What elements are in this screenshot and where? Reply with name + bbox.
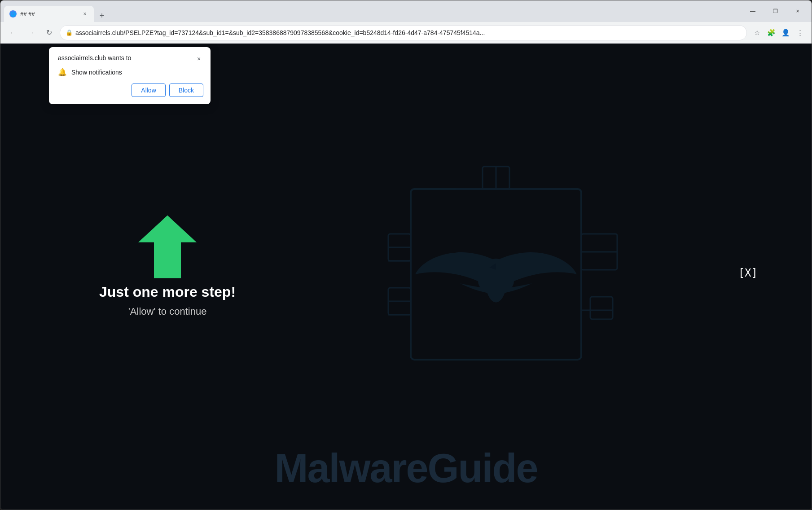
address-bar: ← → ↻ 🔒 associairrels.club/PSELPZE?tag_i… (0, 22, 812, 44)
profile-button[interactable]: 👤 (779, 26, 792, 39)
logo-watermark (343, 153, 658, 400)
popup-permission-row: 🔔 Show notifications (58, 68, 203, 76)
popup-header: associairrels.club wants to × (58, 54, 203, 63)
reload-button[interactable]: ↻ (42, 26, 56, 40)
malware-guide-watermark: MalwareGuide (274, 445, 537, 492)
url-actions: ☆ 🧩 👤 ⋮ (751, 26, 806, 39)
chrome-window: 🌐 ## ## × + — ❐ × ← → ↻ 🔒 associairrels.… (0, 0, 812, 510)
tab-strip: 🌐 ## ## × + (4, 0, 742, 22)
back-button[interactable]: ← (6, 26, 20, 40)
svg-marker-15 (138, 215, 197, 278)
block-button[interactable]: Block (169, 84, 203, 97)
maximize-button[interactable]: ❐ (765, 4, 786, 18)
menu-button[interactable]: ⋮ (794, 26, 806, 39)
tab-title: ## ## (20, 11, 78, 18)
title-bar: 🌐 ## ## × + — ❐ × (0, 0, 812, 22)
bell-icon: 🔔 (58, 68, 67, 76)
active-tab[interactable]: 🌐 ## ## × (4, 6, 94, 22)
url-text: associairrels.club/PSELPZE?tag_id=737124… (75, 29, 741, 36)
step-subtitle: 'Allow' to continue (128, 306, 207, 317)
step-title: Just one more step! (99, 284, 236, 300)
notification-popup: associairrels.club wants to × 🔔 Show not… (49, 47, 211, 104)
page-close-button[interactable]: [X] (738, 267, 758, 279)
forward-button[interactable]: → (24, 26, 38, 40)
minimize-button[interactable]: — (742, 4, 763, 18)
arrow-up-icon (138, 215, 197, 278)
close-button[interactable]: × (787, 4, 808, 18)
allow-button[interactable]: Allow (132, 84, 165, 97)
popup-buttons: Allow Block (58, 84, 203, 97)
lock-icon: 🔒 (66, 29, 73, 36)
new-tab-button[interactable]: + (96, 9, 108, 22)
page-content: Just one more step! 'Allow' to continue (99, 215, 236, 317)
extensions-button[interactable]: 🧩 (765, 26, 777, 39)
window-controls: — ❐ × (742, 4, 808, 18)
svg-rect-4 (590, 297, 613, 319)
browser-content: Just one more step! 'Allow' to continue … (0, 44, 812, 510)
url-bar[interactable]: 🔒 associairrels.club/PSELPZE?tag_id=7371… (60, 25, 747, 40)
popup-close-button[interactable]: × (194, 54, 203, 63)
tab-close-button[interactable]: × (81, 10, 88, 18)
tab-favicon: 🌐 (9, 10, 17, 18)
popup-title: associairrels.club wants to (58, 54, 131, 62)
bookmark-button[interactable]: ☆ (751, 26, 763, 39)
page-background: Just one more step! 'Allow' to continue … (0, 44, 812, 510)
permission-text: Show notifications (71, 69, 122, 76)
